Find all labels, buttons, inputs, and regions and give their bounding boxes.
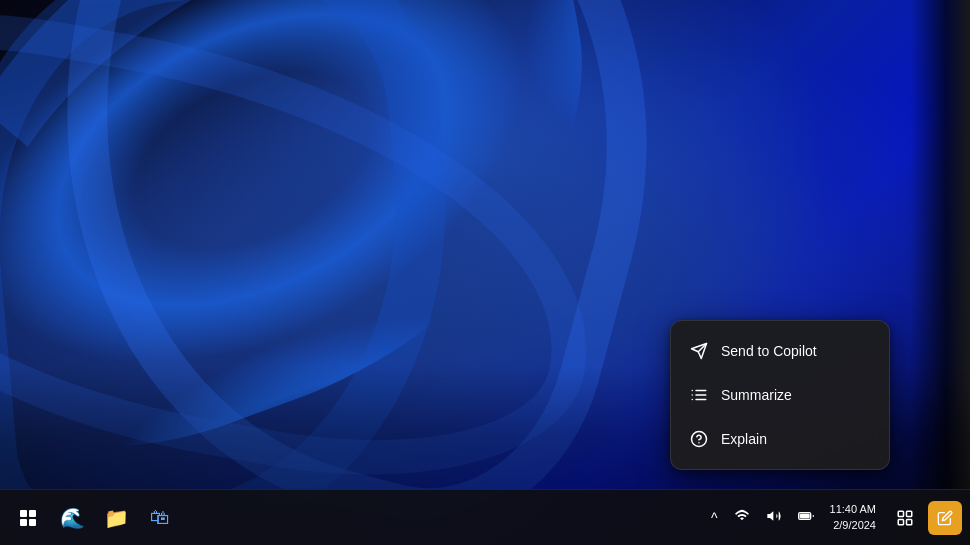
start-button[interactable] bbox=[8, 498, 48, 538]
svg-rect-17 bbox=[907, 519, 912, 524]
menu-label-send-to-copilot: Send to Copilot bbox=[721, 343, 817, 359]
edge-icon: 🌊 bbox=[60, 506, 85, 530]
menu-item-summarize[interactable]: Summarize bbox=[671, 373, 889, 417]
svg-rect-14 bbox=[898, 511, 903, 516]
svg-rect-13 bbox=[800, 514, 809, 518]
chevron-icon[interactable]: ^ bbox=[707, 506, 722, 530]
menu-item-explain[interactable]: Explain bbox=[671, 417, 889, 461]
menu-label-explain: Explain bbox=[721, 431, 767, 447]
menu-item-send-to-copilot[interactable]: Send to Copilot bbox=[671, 329, 889, 373]
windows-logo-icon bbox=[20, 510, 36, 526]
folder-icon: 📁 bbox=[104, 506, 129, 530]
send-icon bbox=[689, 341, 709, 361]
system-tray: ^ bbox=[707, 504, 818, 531]
menu-label-summarize: Summarize bbox=[721, 387, 792, 403]
volume-icon[interactable] bbox=[762, 504, 786, 531]
store-button[interactable]: 🛍 bbox=[140, 498, 180, 538]
taskbar-left: 🌊 📁 🛍 bbox=[8, 498, 180, 538]
notification-button[interactable] bbox=[888, 501, 922, 535]
clock-date: 2/9/2024 bbox=[830, 518, 876, 533]
svg-rect-15 bbox=[907, 511, 912, 516]
edge-browser-button[interactable]: 🌊 bbox=[52, 498, 92, 538]
context-menu: Send to Copilot Summarize bbox=[670, 320, 890, 470]
store-icon: 🛍 bbox=[150, 506, 170, 529]
list-icon bbox=[689, 385, 709, 405]
explain-icon bbox=[689, 429, 709, 449]
clock-time: 11:40 AM bbox=[830, 502, 876, 517]
clock[interactable]: 11:40 AM 2/9/2024 bbox=[824, 498, 882, 537]
svg-rect-16 bbox=[898, 519, 903, 524]
battery-icon[interactable] bbox=[794, 504, 818, 531]
desktop: Wind... Evaluation copy. Build 2 Send to… bbox=[0, 0, 970, 545]
svg-marker-10 bbox=[767, 511, 773, 520]
taskbar: 🌊 📁 🛍 ^ bbox=[0, 489, 970, 545]
taskbar-right: ^ bbox=[707, 498, 962, 537]
pencil-button[interactable] bbox=[928, 501, 962, 535]
wifi-icon[interactable] bbox=[730, 504, 754, 531]
file-explorer-button[interactable]: 📁 bbox=[96, 498, 136, 538]
